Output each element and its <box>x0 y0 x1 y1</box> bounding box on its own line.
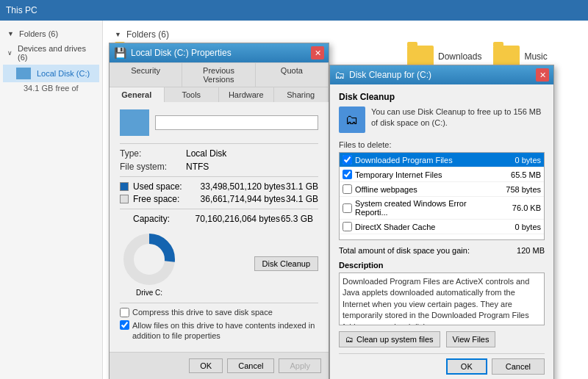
total-value: 120 MB <box>517 246 545 255</box>
tab-tools[interactable]: Tools <box>165 87 220 102</box>
cleanup-title-icon: 🗂 <box>334 69 345 81</box>
capacity-label: Capacity: <box>133 214 184 224</box>
chevron-icon-2: ∨ <box>7 49 12 57</box>
description-content: Downloaded Program Files are ActiveX con… <box>343 277 529 325</box>
prop-filesystem: File system: NTFS <box>120 162 318 172</box>
tab-general[interactable]: General <box>110 87 165 102</box>
file-row-3[interactable]: System created Windows Error Reporti... … <box>340 197 544 220</box>
drive-header <box>120 109 318 136</box>
file-check-0[interactable] <box>343 155 352 165</box>
disk-cleanup-button[interactable]: Disk Cleanup <box>254 256 318 271</box>
prop-type: Type: Local Disk <box>120 148 318 159</box>
type-label: Type: <box>120 148 186 159</box>
folders-section-title: ▼ Folders (6) <box>115 29 576 40</box>
tab-quota[interactable]: Quota <box>256 62 329 87</box>
properties-cancel-button[interactable]: Cancel <box>227 358 274 373</box>
cleanup-close-button[interactable]: ✕ <box>536 68 549 82</box>
cleanup-description-row: 🗂 You can use Disk Cleanup to free up to… <box>339 107 545 133</box>
properties-tabs-row2: General Tools Hardware Sharing <box>110 87 329 102</box>
cleanup-title-text: Disk Cleanup for (C:) <box>349 70 431 80</box>
total-row: Total amount of disk space you gain: 120… <box>339 246 545 255</box>
sidebar-drive-free: 34.1 GB free of <box>3 82 99 94</box>
properties-close-button[interactable]: ✕ <box>311 46 324 59</box>
separator-4 <box>120 303 318 303</box>
file-row-4[interactable]: DirectX Shader Cache 0 bytes <box>340 220 544 234</box>
view-files-button[interactable]: View Files <box>446 331 496 347</box>
file-name-3: System created Windows Error Reporti... <box>355 199 501 217</box>
folders-chevron-icon: ▼ <box>115 31 121 38</box>
option-index: Allow files on this drive to have conten… <box>120 320 318 342</box>
tab-previous-versions[interactable]: Previous Versions <box>182 62 255 87</box>
cleanup-icon: 🗂 <box>339 107 365 133</box>
tab-sharing[interactable]: Sharing <box>274 87 329 102</box>
properties-apply-button[interactable]: Apply <box>279 358 321 373</box>
explorer-titlebar: This PC <box>0 0 588 21</box>
drive-small-icon <box>16 68 31 79</box>
properties-footer: OK Cancel Apply <box>110 352 329 379</box>
file-check-2[interactable] <box>343 184 352 194</box>
sidebar-item-local-disk[interactable]: Local Disk (C:) <box>3 65 99 82</box>
donut-area: Drive C: Disk Cleanup <box>120 230 318 297</box>
prop-used-space: Used space: 33,498,501,120 bytes 31.1 GB <box>120 181 318 192</box>
capacity-bytes: 70,160,216,064 bytes <box>184 214 280 224</box>
file-row-1[interactable]: Temporary Internet Files 65.5 MB <box>340 167 544 182</box>
clean-system-label: Clean up system files <box>356 335 434 344</box>
files-label: Files to delete: <box>339 140 545 149</box>
prop-capacity: Capacity: 70,160,216,064 bytes 65.3 GB <box>120 214 318 224</box>
cleanup-footer: OK Cancel <box>339 353 545 376</box>
properties-title-text: Local Disk (C:) Properties <box>131 48 232 58</box>
sidebar-section-devices[interactable]: ∨ Devices and drives (6) <box>3 41 99 65</box>
file-check-3[interactable] <box>343 203 352 213</box>
free-bytes: 36,661,714,944 bytes <box>190 194 285 204</box>
cleanup-section-title: Disk Cleanup <box>339 92 545 102</box>
properties-drive-icon: 💾 <box>114 47 126 59</box>
total-label: Total amount of disk space you gain: <box>339 246 470 255</box>
cleanup-title-area: 🗂 Disk Cleanup for (C:) <box>334 69 431 81</box>
file-row-0[interactable]: Downloaded Program Files 0 bytes <box>340 153 544 167</box>
properties-titlebar: 💾 Local Disk (C:) Properties ✕ <box>110 43 329 62</box>
clean-system-button[interactable]: 🗂 Clean up system files <box>339 331 440 347</box>
sidebar-section-folders[interactable]: ▼ Folders (6) <box>3 26 99 41</box>
properties-ok-button[interactable]: OK <box>189 358 223 373</box>
devices-section-label: Devices and drives (6) <box>18 44 95 62</box>
sidebar-drive-name: Local Disk (C:) <box>37 69 90 78</box>
folders-section-label: Folders (6) <box>19 29 58 38</box>
index-checkbox[interactable] <box>120 320 129 330</box>
filesystem-value: NTFS <box>186 162 209 172</box>
free-label: Free space: <box>133 194 190 204</box>
tab-hardware[interactable]: Hardware <box>219 87 274 102</box>
free-color-box <box>120 195 129 203</box>
used-label: Used space: <box>133 181 190 192</box>
index-label: Allow files on this drive to have conten… <box>132 320 318 342</box>
cleanup-body: Disk Cleanup 🗂 You can use Disk Cleanup … <box>330 84 553 379</box>
compress-checkbox[interactable] <box>120 308 129 317</box>
tab-security[interactable]: Security <box>110 62 182 87</box>
capacity-gb: 65.3 GB <box>280 214 313 224</box>
file-name-4: DirectX Shader Cache <box>355 223 501 231</box>
cleanup-desc-text: You can use Disk Cleanup to free up to 1… <box>371 107 545 133</box>
prop-free-space: Free space: 36,661,714,944 bytes 34.1 GB <box>120 194 318 204</box>
separator-1 <box>120 143 318 144</box>
folder-name-music: Music <box>524 51 547 62</box>
cleanup-ok-button[interactable]: OK <box>446 358 487 375</box>
file-size-1: 65.5 MB <box>501 170 541 179</box>
file-size-3: 76.0 KB <box>501 203 541 212</box>
explorer-sidebar: ▼ Folders (6) ∨ Devices and drives (6) L… <box>0 21 103 379</box>
file-check-1[interactable] <box>343 170 352 179</box>
drive-label-input[interactable] <box>155 115 318 130</box>
free-gb: 34.1 GB <box>285 194 318 204</box>
file-name-2: Offline webpages <box>355 185 501 194</box>
used-bytes: 33,498,501,120 bytes <box>190 181 285 192</box>
separator-3 <box>120 209 318 209</box>
file-size-2: 758 bytes <box>501 185 541 194</box>
clean-system-icon: 🗂 <box>345 335 354 344</box>
file-check-4[interactable] <box>343 222 352 231</box>
used-gb: 31.1 GB <box>285 181 318 192</box>
file-row-2[interactable]: Offline webpages 758 bytes <box>340 182 544 197</box>
cleanup-dialog: 🗂 Disk Cleanup for (C:) ✕ Disk Cleanup 🗂… <box>329 65 554 379</box>
donut-container: Drive C: <box>120 230 179 297</box>
properties-dialog: 💾 Local Disk (C:) Properties ✕ Security … <box>109 43 329 379</box>
file-name-0: Downloaded Program Files <box>355 156 501 165</box>
cleanup-cancel-button[interactable]: Cancel <box>492 358 545 375</box>
properties-body: Type: Local Disk File system: NTFS Used … <box>110 102 329 352</box>
